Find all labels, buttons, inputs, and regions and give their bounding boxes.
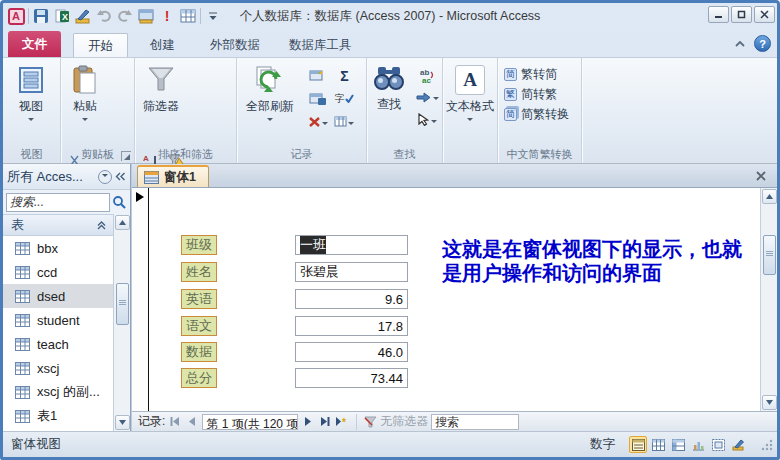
save-record-button[interactable] xyxy=(306,88,330,109)
convert-with-options-button[interactable]: 简 简繁转换 xyxy=(500,104,579,124)
nav-item-xscj[interactable]: xscj xyxy=(3,356,113,380)
scroll-up-icon[interactable] xyxy=(115,215,130,230)
undo-icon[interactable] xyxy=(95,7,113,25)
form-scroll-thumb[interactable] xyxy=(763,235,776,275)
group-records: 全部刷新 * Σ 字 xyxy=(237,58,367,163)
nav-search-input[interactable] xyxy=(6,193,110,212)
last-record-icon[interactable] xyxy=(318,415,332,429)
tab-home[interactable]: 开始 xyxy=(73,33,128,57)
field-value-data[interactable]: 46.0 xyxy=(295,342,408,362)
nav-item-student[interactable]: student xyxy=(3,308,113,332)
select-button[interactable] xyxy=(415,109,439,130)
nav-item-xscj-copy[interactable]: xscj 的副... xyxy=(3,380,113,404)
tab-database-tools[interactable]: 数据库工具 xyxy=(275,33,366,57)
collapse-group-icon[interactable] xyxy=(96,221,107,230)
field-value-name[interactable]: 张碧晨 xyxy=(295,262,408,282)
field-value-class[interactable]: 一班 xyxy=(295,235,408,255)
access-window: 个人数据库：数据库 (Access 2007) - Microsoft Acce… xyxy=(0,0,780,460)
restore-button[interactable] xyxy=(731,6,752,23)
delete-record-button[interactable] xyxy=(306,111,330,132)
design-view-icon[interactable] xyxy=(729,436,747,453)
close-document-icon[interactable] xyxy=(753,168,769,184)
resize-grip[interactable] xyxy=(761,439,773,451)
search-icon[interactable] xyxy=(112,195,127,210)
spelling-button[interactable]: 字 xyxy=(332,88,356,109)
new-record-icon[interactable]: * xyxy=(335,415,349,429)
shutter-bar-close-icon[interactable] xyxy=(115,172,126,181)
form-scrollbar[interactable] xyxy=(760,188,777,411)
help-icon[interactable]: ? xyxy=(754,35,771,52)
form-view-icon[interactable] xyxy=(629,436,647,453)
collapse-ribbon-icon[interactable] xyxy=(734,40,746,48)
tab-form1[interactable]: 窗体1 xyxy=(137,165,209,187)
close-button[interactable] xyxy=(754,6,775,23)
paste-icon xyxy=(70,65,100,95)
views-icon xyxy=(16,65,46,95)
save-icon[interactable] xyxy=(32,7,50,25)
nav-item-ccd[interactable]: ccd xyxy=(3,260,113,284)
dropdown-carat xyxy=(82,118,88,124)
design-view-icon[interactable] xyxy=(74,7,92,25)
tab-file[interactable]: 文件 xyxy=(8,31,61,57)
nav-group-tables[interactable]: 表 xyxy=(3,214,113,236)
first-record-icon[interactable] xyxy=(168,415,182,429)
next-record-icon[interactable] xyxy=(301,415,315,429)
text-formatting-button[interactable]: A 文本格式 xyxy=(445,61,495,147)
form-wizard-icon[interactable] xyxy=(137,7,155,25)
datasheet-view-icon[interactable] xyxy=(649,436,667,453)
tab-create[interactable]: 创建 xyxy=(136,33,189,57)
title-bar: 个人数据库：数据库 (Access 2007) - Microsoft Acce… xyxy=(3,3,777,28)
pivotchart-view-icon[interactable] xyxy=(689,436,707,453)
replace-button[interactable]: abac xyxy=(415,65,439,86)
new-record-button[interactable]: * xyxy=(306,65,330,86)
current-record-box[interactable]: 第 1 项(共 120 项 xyxy=(202,414,298,430)
simplified-to-traditional-button[interactable]: 繁 简转繁 xyxy=(500,84,579,104)
views-button[interactable]: 视图 xyxy=(5,61,57,147)
scroll-up-icon[interactable] xyxy=(762,189,777,204)
nav-menu-dropdown-icon[interactable] xyxy=(98,170,112,184)
nav-item-bbx[interactable]: bbx xyxy=(3,236,113,260)
refresh-all-button[interactable]: 全部刷新 xyxy=(239,61,301,147)
export-excel-icon[interactable]: X xyxy=(53,7,71,25)
priority-exclamation-icon[interactable]: ! xyxy=(158,7,176,25)
more-records-button[interactable] xyxy=(332,111,356,132)
field-value-chinese[interactable]: 17.8 xyxy=(295,316,408,336)
record-selector-bar[interactable] xyxy=(132,188,149,411)
scroll-down-icon[interactable] xyxy=(762,395,777,410)
refresh-all-icon xyxy=(255,65,285,95)
window-controls xyxy=(708,6,775,23)
field-value-english[interactable]: 9.6 xyxy=(295,289,408,309)
tab-external-data[interactable]: 外部数据 xyxy=(196,33,274,57)
group-clipboard: 粘贴 剪贴板 xyxy=(61,58,135,163)
svg-text:*: * xyxy=(342,417,346,427)
field-value-total[interactable]: 73.44 xyxy=(295,368,408,388)
record-search-input[interactable] xyxy=(431,414,519,430)
nav-item-teach[interactable]: teach xyxy=(3,332,113,356)
scroll-down-icon[interactable] xyxy=(115,415,130,430)
record-label: 记录: xyxy=(138,413,165,430)
nav-scrollbar[interactable] xyxy=(113,214,130,431)
paste-button[interactable]: 粘贴 xyxy=(63,61,107,147)
nav-scroll-thumb[interactable] xyxy=(116,283,129,325)
dropdown-carat xyxy=(267,118,273,124)
customize-quick-access-dropdown-icon[interactable] xyxy=(204,7,222,25)
navigation-pane-header[interactable]: 所有 Acces... xyxy=(3,164,130,190)
table-icon xyxy=(15,290,30,303)
table-icon[interactable] xyxy=(179,7,197,25)
to-simplified-icon: 简 xyxy=(504,68,517,81)
filter-button[interactable]: 筛选器 xyxy=(137,61,185,147)
totals-button[interactable]: Σ xyxy=(332,65,356,86)
find-button[interactable]: 查找 xyxy=(369,61,409,147)
redo-icon[interactable] xyxy=(116,7,134,25)
nav-item-dsed[interactable]: dsed xyxy=(3,284,113,308)
no-filter-indicator[interactable]: 无筛选器 xyxy=(364,413,428,430)
access-logo-icon[interactable]: A xyxy=(7,7,25,25)
traditional-to-simplified-button[interactable]: 简 繁转简 xyxy=(500,64,579,84)
nav-item-table1[interactable]: 表1 xyxy=(3,404,113,428)
previous-record-icon[interactable] xyxy=(185,415,199,429)
layout-view-icon[interactable] xyxy=(709,436,727,453)
pivottable-view-icon[interactable] xyxy=(669,436,687,453)
separator xyxy=(200,8,201,24)
minimize-button[interactable] xyxy=(708,6,729,23)
goto-button[interactable] xyxy=(415,87,439,108)
